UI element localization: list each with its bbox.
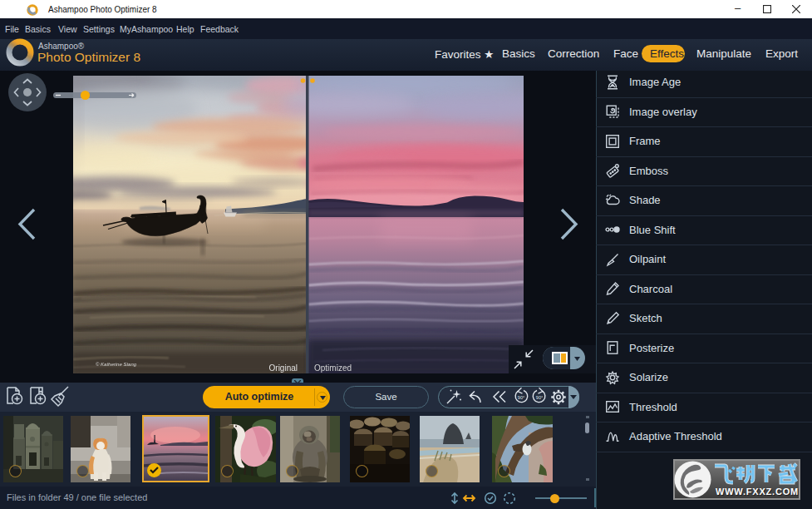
svg-text:Optimized: Optimized xyxy=(314,363,352,373)
svg-text:90°: 90° xyxy=(536,395,543,400)
svg-text:90°: 90° xyxy=(518,395,524,400)
svg-text:Original: Original xyxy=(269,363,298,373)
svg-text:© Katherine Stang: © Katherine Stang xyxy=(96,362,137,367)
